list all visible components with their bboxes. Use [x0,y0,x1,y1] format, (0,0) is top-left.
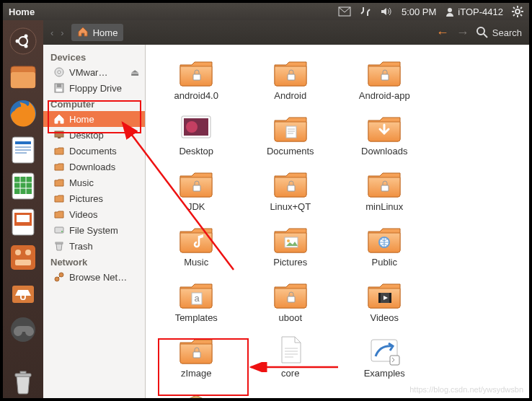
file-label: Examples [364,369,405,379]
active-app-title: Home [9,6,35,17]
svg-rect-48 [57,84,61,87]
file-item[interactable]: tar.gzVMwareTools-9.6.1-1378637.tar.gz [153,388,240,398]
sidebar-item-documents[interactable]: Documents [43,143,145,159]
clock[interactable]: 5:00 PM [402,6,436,17]
user-menu[interactable]: iTOP-4412 [445,6,503,17]
sidebar-item-home[interactable]: Home [43,111,145,127]
file-item[interactable]: core [247,332,334,379]
file-item[interactable]: uboot [247,277,334,324]
file-item[interactable]: zImage [153,332,240,379]
unity-launcher: U [3,20,43,398]
sidebar-item-videos[interactable]: Videos [43,206,145,222]
svg-rect-49 [56,89,62,92]
file-item[interactable]: Documents [247,110,334,157]
sidebar-item-label: Pictures [69,193,103,204]
volume-icon[interactable] [380,6,393,17]
file-label: Downloads [361,146,407,157]
nav-forward-icon[interactable]: → [456,25,469,40]
sidebar-item-downloads[interactable]: Downloads [43,159,145,175]
network-icon[interactable] [360,6,371,17]
file-item[interactable]: Android [247,55,334,102]
svg-point-16 [25,45,28,48]
svg-rect-18 [11,72,35,88]
file-item[interactable]: Linux+QT [247,166,334,213]
sidebar-item-vmwar-[interactable]: VMwar…⏏ [43,64,145,80]
gear-icon[interactable] [512,6,523,17]
file-item[interactable]: Examples [341,332,428,379]
svg-rect-41 [15,374,31,376]
svg-rect-51 [58,137,61,138]
sidebar-item-file-system[interactable]: File System [43,222,145,238]
file-item[interactable]: Downloads [341,110,428,157]
launcher-dash[interactable] [6,25,40,58]
svg-point-2 [448,8,452,12]
file-label: uboot [278,313,302,324]
file-item[interactable]: Desktop [153,110,240,157]
file-item[interactable]: android4.0 [153,55,240,102]
svg-line-9 [520,14,522,16]
file-item[interactable]: Music [153,221,240,268]
file-item[interactable]: Public [341,221,428,268]
sidebar-item-label: Downloads [69,162,115,172]
fm-toolbar: ‹ › Home ← → Search [43,20,529,45]
file-item[interactable]: aTemplates [153,277,240,324]
home-icon [77,26,89,40]
file-item[interactable]: Videos [341,277,428,324]
search-label: Search [492,27,522,38]
sidebar-item-label: Trash [69,241,93,252]
svg-rect-21 [15,141,31,144]
sidebar-head-devices: Devices [43,49,145,64]
launcher-writer[interactable] [6,133,40,166]
file-label: Public [372,257,397,268]
sidebar-item-desktop[interactable]: Desktop [43,127,145,143]
file-item[interactable]: Android-app [341,55,428,102]
search-button[interactable]: Search [476,27,522,38]
svg-line-57 [58,276,60,278]
launcher-trash[interactable] [6,365,40,398]
svg-rect-34 [11,245,35,270]
eject-icon[interactable]: ⏏ [130,67,139,78]
sidebar-item-label: File System [69,225,118,236]
svg-point-53 [61,231,63,232]
svg-rect-26 [14,177,32,194]
file-label: Desktop [179,146,213,157]
path-fwd[interactable]: › [61,27,63,38]
sidebar-head-network: Network [43,254,145,269]
svg-line-11 [520,7,522,9]
sidebar-item-label: Floppy Drive [69,83,122,94]
top-panel: Home 5:00 PM iTOP-4412 [3,3,529,20]
sidebar-item-trash[interactable]: Trash [43,238,145,254]
icon-view[interactable]: android4.0AndroidAndroid-appDesktopDocum… [146,45,529,398]
file-manager: ‹ › Home ← → Search Devices VMwar…⏏Flopp… [43,20,529,398]
sidebar-item-music[interactable]: Music [43,175,145,190]
launcher-files[interactable] [6,61,40,94]
file-label: core [281,369,299,379]
launcher-firefox[interactable] [6,97,40,130]
mail-icon[interactable] [338,6,351,17]
sidebar-head-computer: Computer [43,96,145,111]
sidebar-item-label: VMwar… [69,67,107,78]
svg-line-44 [484,34,487,38]
file-label: Documents [267,146,314,157]
launcher-calc[interactable] [6,169,40,202]
launcher-game[interactable] [6,313,40,346]
sidebar-item-floppy-drive[interactable]: Floppy Drive [43,80,145,96]
launcher-software[interactable]: U [6,277,40,310]
nav-back-icon[interactable]: ← [436,25,449,40]
sidebar-item-browse-net-[interactable]: Browse Net… [43,269,145,285]
file-item[interactable]: JDK [153,166,240,213]
sidebar-item-pictures[interactable]: Pictures [43,190,145,206]
launcher-settings[interactable] [6,241,40,274]
svg-point-43 [477,27,484,35]
file-label: Music [184,257,208,268]
path-back[interactable]: ‹ [50,27,53,38]
file-label: Linux+QT [270,202,311,213]
breadcrumb[interactable]: Home [71,24,124,41]
sidebar-item-label: Videos [69,209,98,220]
launcher-impress[interactable] [6,205,40,238]
file-item[interactable]: Pictures [247,221,334,268]
file-item[interactable]: minLinux [341,166,428,213]
sidebar-item-label: Documents [69,146,117,157]
svg-rect-61 [286,126,296,138]
svg-rect-72 [378,293,381,303]
